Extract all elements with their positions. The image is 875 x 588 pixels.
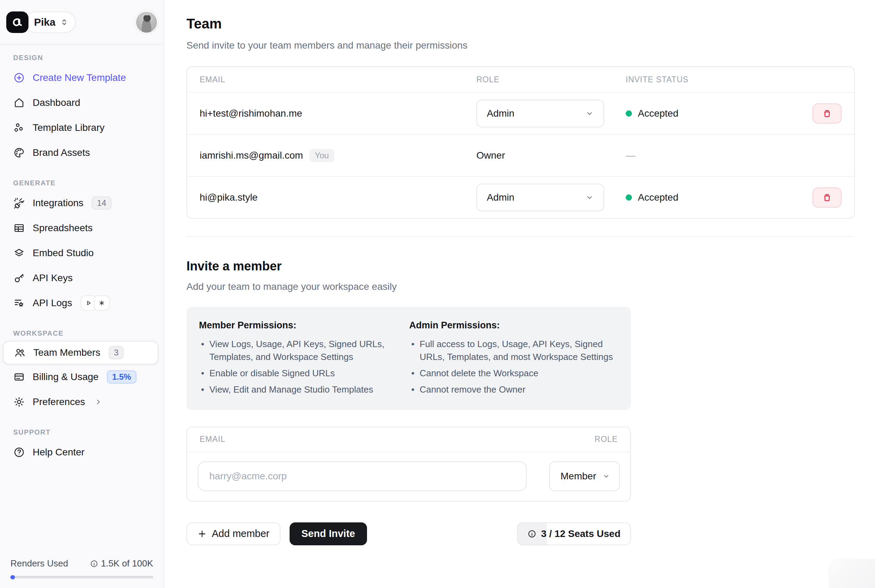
table-row: iamrishi.ms@gmail.com You Owner — <box>187 135 854 177</box>
main-content: Team Send invite to your team members an… <box>164 0 875 588</box>
invite-form-card: EMAIL ROLE Member <box>186 427 631 502</box>
table-header-row: EMAIL ROLE INVITE STATUS <box>187 67 854 93</box>
sidebar-item-dashboard[interactable]: Dashboard <box>0 90 164 115</box>
palette-icon <box>13 147 25 159</box>
user-avatar[interactable] <box>135 11 158 34</box>
column-header-email: EMAIL <box>200 75 476 84</box>
permission-bullet: View, Edit and Manage Studio Templates <box>199 383 391 396</box>
asterisk-badge-icon <box>94 296 110 310</box>
invite-role-select[interactable]: Member <box>549 461 620 491</box>
page-title: Team <box>186 16 875 32</box>
section-label-support: SUPPORT <box>13 428 164 436</box>
status-dot-accepted <box>626 194 632 201</box>
member-email: hi+test@rishimohan.me <box>200 108 476 119</box>
help-circle-icon <box>13 446 25 458</box>
chevron-up-down-icon <box>60 18 69 27</box>
pika-logo-glyph <box>11 15 24 29</box>
workspace-switcher[interactable]: Pika <box>25 12 76 33</box>
info-icon <box>90 560 98 568</box>
chevron-down-icon <box>585 194 594 202</box>
member-permissions-title: Member Permissions: <box>199 320 391 331</box>
sidebar-item-label: API Logs <box>33 297 72 309</box>
renders-used-label: Renders Used <box>11 558 68 569</box>
permission-bullet: Enable or disable Signed URLs <box>199 367 391 380</box>
users-icon <box>14 347 26 358</box>
sidebar-item-brand-assets[interactable]: Brand Assets <box>0 140 164 165</box>
sidebar-item-label: API Keys <box>33 273 72 284</box>
sidebar-item-label: Dashboard <box>33 97 80 108</box>
plus-icon <box>198 530 207 538</box>
sidebar-item-embed-studio[interactable]: Embed Studio <box>0 240 164 266</box>
credit-card-icon <box>13 371 25 383</box>
sidebar-item-create-new-template[interactable]: Create New Template <box>0 65 164 90</box>
sidebar-header: Pika <box>0 0 164 45</box>
member-permissions-column: Member Permissions: View Logs, Usage, AP… <box>199 320 391 396</box>
sidebar-item-label: Preferences <box>33 396 85 408</box>
section-label-generate: GENERATE <box>13 179 164 187</box>
column-header-role: ROLE <box>476 75 626 84</box>
table-row: hi@pika.style Admin Accepted <box>187 177 854 218</box>
team-members-count-badge: 3 <box>109 346 124 359</box>
renders-usage-footer: Renders Used 1.5K of 100K <box>0 558 164 588</box>
integrations-count-badge: 14 <box>92 196 111 210</box>
list-star-icon <box>13 297 25 309</box>
sidebar-nav: DESIGN Create New Template Dashboard Tem… <box>0 45 164 558</box>
sidebar-item-label: Embed Studio <box>33 248 94 259</box>
workspace-name: Pika <box>34 16 56 28</box>
role-select[interactable]: Admin <box>476 100 604 128</box>
permission-bullet: Full access to Logs, Usage, API Keys, Si… <box>409 338 618 363</box>
you-badge: You <box>309 149 335 162</box>
sidebar-item-billing-usage[interactable]: Billing & Usage 1.5% <box>0 364 164 390</box>
send-invite-button[interactable]: Send Invite <box>290 522 367 545</box>
page-subtitle: Send invite to your team members and man… <box>186 40 875 51</box>
table-row: hi+test@rishimohan.me Admin Accepted <box>187 93 854 135</box>
info-icon <box>527 530 536 538</box>
sidebar-item-preferences[interactable]: Preferences <box>0 390 164 414</box>
sidebar-item-team-members[interactable]: Team Members 3 <box>3 341 158 364</box>
add-member-button[interactable]: Add member <box>186 522 281 545</box>
team-members-table: EMAIL ROLE INVITE STATUS hi+test@rishimo… <box>186 66 855 219</box>
section-label-workspace: WORKSPACE <box>13 329 164 338</box>
section-divider <box>186 236 855 237</box>
invite-status: Accepted <box>626 192 807 203</box>
invite-email-input[interactable] <box>198 461 527 491</box>
sidebar-item-label: Template Library <box>33 122 105 133</box>
billing-usage-badge: 1.5% <box>107 370 137 384</box>
corner-widget-placeholder <box>828 559 875 588</box>
chevron-right-icon <box>94 398 102 406</box>
permission-bullet: Cannot remove the Owner <box>409 383 618 396</box>
app-root: Pika DESIGN Create New Template Dashboar… <box>0 0 875 588</box>
delete-member-button[interactable] <box>812 188 842 208</box>
sidebar-item-api-logs[interactable]: API Logs <box>0 291 164 315</box>
layers-icon <box>13 247 25 259</box>
chevron-down-icon <box>585 110 594 118</box>
plus-circle-icon <box>13 72 25 84</box>
sidebar-item-spreadsheets[interactable]: Spreadsheets <box>0 216 164 240</box>
circles-icon <box>13 122 25 134</box>
permission-bullet: View Logs, Usage, API Keys, Signed URLs,… <box>199 338 391 363</box>
invite-form-body: Member <box>187 452 630 501</box>
role-select[interactable]: Admin <box>476 184 604 212</box>
member-email: hi@pika.style <box>200 192 476 203</box>
permission-bullet: Cannot delete the Workspace <box>409 367 618 380</box>
sidebar-item-help-center[interactable]: Help Center <box>0 440 164 465</box>
permissions-info-box: Member Permissions: View Logs, Usage, AP… <box>186 307 631 410</box>
admin-permissions-column: Admin Permissions: Full access to Logs, … <box>409 320 618 396</box>
sidebar-item-label: Create New Template <box>33 72 126 83</box>
member-email: iamrishi.ms@gmail.com You <box>200 149 476 162</box>
plug-spark-icon <box>13 197 25 209</box>
invite-section-title: Invite a member <box>186 259 875 273</box>
sidebar-item-integrations[interactable]: Integrations 14 <box>0 190 164 216</box>
delete-member-button[interactable] <box>812 104 842 124</box>
status-dot-accepted <box>626 110 632 117</box>
invite-section-subtitle: Add your team to manage your workspace e… <box>186 281 875 292</box>
sidebar-item-label: Help Center <box>33 447 84 458</box>
sidebar-item-label: Spreadsheets <box>33 222 93 234</box>
sidebar-item-template-library[interactable]: Template Library <box>0 115 164 140</box>
chevron-down-icon <box>602 472 610 480</box>
seats-used-indicator: 3 / 12 Seats Used <box>517 522 631 545</box>
home-icon <box>13 97 25 109</box>
sidebar-item-api-keys[interactable]: API Keys <box>0 266 164 291</box>
sidebar-item-label: Billing & Usage <box>33 371 99 382</box>
table-icon <box>13 222 25 234</box>
